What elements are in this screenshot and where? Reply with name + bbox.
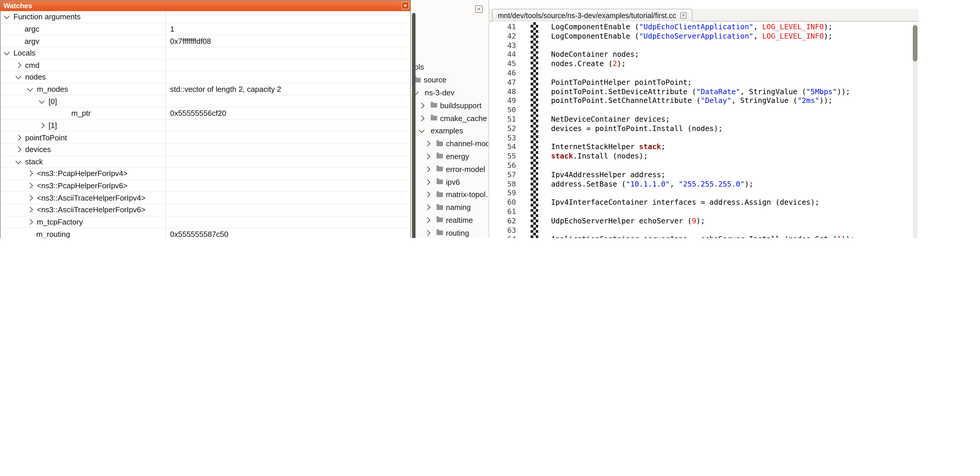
marker-cell[interactable] bbox=[520, 22, 531, 32]
code-line[interactable] bbox=[551, 69, 919, 78]
watch-row[interactable]: nodes bbox=[1, 71, 410, 83]
tree-item-label-wrap[interactable]: channel-mod… bbox=[434, 139, 488, 149]
watch-row[interactable]: <ns3::PcapHelperForIpv6> bbox=[1, 180, 410, 192]
tree-item[interactable]: ns-3-dev bbox=[411, 86, 488, 99]
tree-item[interactable]: error-model bbox=[411, 163, 488, 176]
code-line[interactable]: NodeContainer nodes; bbox=[551, 50, 919, 59]
watch-row[interactable]: Function arguments bbox=[1, 11, 410, 23]
expand-icon[interactable] bbox=[425, 179, 430, 185]
code-line[interactable]: pointToPoint.SetChannelAttribute ("Delay… bbox=[551, 96, 919, 105]
marker-cell[interactable] bbox=[520, 179, 531, 188]
watch-row[interactable]: m_nodesstd::vector of length 2, capacity… bbox=[1, 84, 410, 96]
expand-icon[interactable] bbox=[425, 166, 430, 172]
editor-tab[interactable]: mnt/dev/tools/source/ns-3-dev/examples/t… bbox=[492, 9, 692, 22]
tree-item-label-wrap[interactable]: matrix-topol… bbox=[434, 190, 488, 200]
code-line[interactable] bbox=[551, 41, 919, 50]
code-line[interactable]: address.SetBase ("10.1.1.0", "255.255.25… bbox=[551, 179, 919, 188]
code-line[interactable] bbox=[551, 207, 919, 216]
marker-margin[interactable] bbox=[520, 22, 531, 238]
marker-cell[interactable] bbox=[520, 78, 531, 87]
marker-cell[interactable] bbox=[520, 161, 531, 170]
code-lines[interactable]: LogComponentEnable ("UdpEchoClientApplic… bbox=[538, 22, 919, 238]
tree-item[interactable]: buildsupport bbox=[411, 99, 488, 112]
code-line[interactable]: LogComponentEnable ("UdpEchoClientApplic… bbox=[551, 22, 919, 32]
vertical-scrollbar[interactable] bbox=[412, 13, 415, 238]
watch-row[interactable]: argv0x7fffffffdf08 bbox=[1, 35, 410, 47]
expand-icon[interactable] bbox=[425, 153, 430, 159]
collapse-icon[interactable] bbox=[419, 128, 425, 133]
tree-item-label-wrap[interactable]: naming bbox=[434, 202, 473, 212]
expand-icon[interactable] bbox=[419, 115, 425, 121]
marker-cell[interactable] bbox=[520, 188, 531, 198]
code-line[interactable]: PointToPointHelper pointToPoint; bbox=[551, 78, 919, 87]
tree-item-label-wrap[interactable]: error-model bbox=[434, 165, 487, 174]
expand-icon[interactable] bbox=[27, 219, 33, 225]
collapse-icon[interactable] bbox=[16, 158, 21, 164]
watch-row[interactable]: <ns3::AsciiTraceHelperForIpv6> bbox=[1, 204, 410, 216]
collapse-icon[interactable] bbox=[16, 73, 21, 80]
tree-item-label-wrap[interactable]: examples bbox=[428, 126, 465, 136]
marker-cell[interactable] bbox=[520, 133, 531, 142]
watch-row[interactable]: <ns3::PcapHelperForIpv4> bbox=[1, 168, 410, 180]
watch-row[interactable]: stack bbox=[1, 156, 410, 168]
code-line[interactable]: nodes.Create (2); bbox=[551, 59, 919, 69]
watch-row[interactable]: m_ptr0x55555556cf20 bbox=[1, 108, 410, 120]
marker-cell[interactable] bbox=[520, 87, 531, 96]
tree-item[interactable]: source bbox=[411, 73, 488, 86]
expand-icon[interactable] bbox=[39, 123, 45, 128]
marker-cell[interactable] bbox=[520, 115, 531, 124]
code-line[interactable]: Ipv4AddressHelper address; bbox=[551, 170, 919, 179]
tree-item-label-wrap[interactable]: ipv6 bbox=[434, 177, 462, 187]
collapse-icon[interactable] bbox=[27, 86, 33, 91]
watch-row[interactable]: devices bbox=[1, 144, 410, 156]
marker-cell[interactable] bbox=[520, 216, 531, 225]
close-icon[interactable]: × bbox=[680, 12, 687, 19]
expand-icon[interactable] bbox=[425, 217, 430, 223]
marker-cell[interactable] bbox=[520, 41, 531, 50]
code-line[interactable]: LogComponentEnable ("UdpEchoServerApplic… bbox=[551, 32, 919, 41]
expand-icon[interactable] bbox=[425, 230, 430, 236]
marker-cell[interactable] bbox=[520, 225, 531, 235]
tree-item-label-wrap[interactable]: ns-3-dev bbox=[423, 88, 457, 97]
tree-item[interactable]: matrix-topol… bbox=[411, 188, 488, 201]
expand-icon[interactable] bbox=[425, 204, 430, 210]
watch-row[interactable]: Locals bbox=[1, 47, 410, 59]
marker-cell[interactable] bbox=[520, 96, 531, 105]
watch-row[interactable]: m_routing0x555555587c50 bbox=[1, 228, 410, 238]
code-line[interactable] bbox=[551, 105, 919, 115]
marker-cell[interactable] bbox=[520, 142, 531, 152]
expand-icon[interactable] bbox=[27, 171, 33, 177]
code-line[interactable]: devices = pointToPoint.Install (nodes); bbox=[551, 124, 919, 133]
tree-item[interactable]: examples bbox=[411, 125, 488, 137]
tree-item[interactable]: naming bbox=[411, 201, 488, 214]
watch-row[interactable]: argc1 bbox=[1, 23, 410, 35]
close-icon[interactable]: × bbox=[401, 2, 409, 10]
editor-vertical-scrollbar[interactable] bbox=[913, 23, 918, 238]
watches-titlebar[interactable]: Watches × bbox=[1, 1, 410, 11]
marker-cell[interactable] bbox=[520, 170, 531, 179]
code-line[interactable] bbox=[551, 133, 919, 142]
expand-icon[interactable] bbox=[27, 195, 33, 201]
marker-cell[interactable] bbox=[520, 198, 531, 207]
marker-cell[interactable] bbox=[520, 207, 531, 216]
expand-icon[interactable] bbox=[27, 207, 33, 213]
collapse-icon[interactable] bbox=[39, 97, 45, 104]
watch-row[interactable]: pointToPoint bbox=[1, 132, 410, 144]
marker-cell[interactable] bbox=[520, 235, 531, 238]
tree-item-label-wrap[interactable]: routing bbox=[434, 228, 472, 238]
tree-item[interactable]: energy bbox=[411, 150, 488, 163]
code-line[interactable]: Ipv4InterfaceContainer interfaces = addr… bbox=[551, 198, 919, 207]
expand-icon[interactable] bbox=[27, 183, 33, 188]
expand-icon[interactable] bbox=[16, 62, 21, 68]
code-line[interactable]: ApplicationContainer serverApps = echoSe… bbox=[551, 235, 919, 238]
marker-cell[interactable] bbox=[520, 50, 531, 59]
marker-cell[interactable] bbox=[520, 59, 531, 69]
expand-icon[interactable] bbox=[16, 134, 21, 141]
code-line[interactable]: NetDeviceContainer devices; bbox=[551, 115, 919, 124]
code-line[interactable]: stack.Install (nodes); bbox=[551, 152, 919, 161]
tree-item[interactable]: cmake_cache bbox=[411, 112, 488, 125]
watch-row[interactable]: m_tcpFactory bbox=[1, 216, 410, 228]
collapse-icon[interactable] bbox=[4, 13, 10, 19]
code-line[interactable] bbox=[551, 225, 919, 235]
expand-icon[interactable] bbox=[419, 103, 425, 109]
